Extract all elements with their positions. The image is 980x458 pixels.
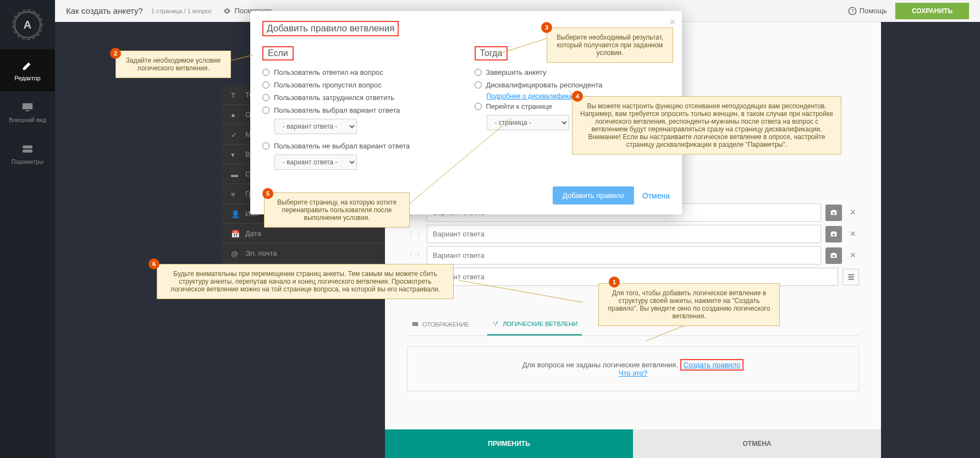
- delete-icon[interactable]: ×: [846, 250, 859, 261]
- if-column: Если Пользователь ответил на вопрос Поль…: [262, 46, 458, 170]
- then-heading: Тогда: [475, 46, 508, 60]
- camera-icon[interactable]: [825, 205, 842, 221]
- page-sub: 1 страница / 1 вопрос: [151, 8, 212, 14]
- list-icon[interactable]: ≣: [843, 269, 859, 285]
- toggle-icon: [21, 143, 34, 155]
- then-opt[interactable]: Завершить анкету: [475, 66, 670, 79]
- cancel-button[interactable]: ОТМЕНА: [633, 429, 881, 458]
- logo: A: [14, 11, 41, 38]
- branch-icon: [492, 320, 499, 328]
- annotation-badge-2: 2: [110, 48, 121, 59]
- branch-text: Для вопроса не заданы логические ветвлен…: [522, 361, 678, 369]
- tab-branching[interactable]: ЛОГИЧЕСКИЕ ВЕТВЛЕНИ: [487, 313, 582, 335]
- if-opt[interactable]: Пользователь ответил на вопрос: [262, 66, 458, 79]
- sidebar-item-appearance[interactable]: Внешний вид: [0, 91, 55, 133]
- if-opt[interactable]: Пользователь пропустил вопрос: [262, 79, 458, 91]
- display-icon: [411, 321, 419, 328]
- page-select[interactable]: - страница -: [487, 115, 569, 130]
- sidebar-label: Внешний вид: [9, 117, 46, 123]
- qtype-item[interactable]: @Эл. почта: [221, 244, 386, 263]
- help-icon: ?: [848, 7, 857, 15]
- annotation-badge-5: 5: [262, 188, 273, 199]
- svg-rect-0: [23, 146, 32, 149]
- sidebar-item-params[interactable]: Параметры: [0, 133, 55, 175]
- help-link[interactable]: ? Помощь: [848, 7, 887, 15]
- annotation-3: Выберите необходимый результат, который …: [547, 27, 673, 63]
- answer-select[interactable]: - вариант ответа -: [274, 154, 357, 170]
- camera-icon[interactable]: [825, 226, 842, 242]
- then-opt[interactable]: Дисквалифицировать респондента: [475, 79, 670, 91]
- close-icon[interactable]: ×: [669, 16, 675, 28]
- annotation-6: Будьте внимательны при перемещении стран…: [157, 264, 454, 299]
- sidebar-item-editor[interactable]: Редактор: [0, 49, 55, 91]
- add-rule-button[interactable]: Добавить правило: [553, 186, 634, 205]
- if-heading: Если: [262, 46, 294, 60]
- svg-text:?: ?: [851, 8, 854, 14]
- delete-icon[interactable]: ×: [846, 228, 859, 240]
- modal-cancel-button[interactable]: Отмена: [642, 191, 670, 200]
- action-bar: ПРИМЕНИТЬ ОТМЕНА: [385, 429, 881, 458]
- monitor-icon: [21, 101, 34, 113]
- branching-empty-box: Для вопроса не заданы логические ветвлен…: [407, 346, 859, 391]
- answer-select[interactable]: - вариант ответа -: [274, 119, 357, 134]
- annotation-2: Задайте необходимое условие логического …: [115, 51, 231, 78]
- answer-row: ⋮⋮ ×: [407, 225, 859, 243]
- page-title: Как создать анкету?: [66, 6, 143, 15]
- answer-input[interactable]: [427, 225, 821, 243]
- annotation-badge-1: 1: [609, 277, 620, 288]
- annotation-5: Выберите страницу, на которую хотите пер…: [264, 192, 410, 228]
- svg-rect-4: [412, 322, 419, 326]
- svg-line-5: [231, 55, 253, 60]
- delete-icon[interactable]: ×: [846, 207, 859, 218]
- annotation-badge-3: 3: [541, 22, 552, 33]
- annotation-4: Вы можете настроить функцию отсеивания н…: [572, 96, 841, 154]
- svg-rect-1: [23, 150, 32, 153]
- annotation-1: Для того, чтобы добавить логическое ветв…: [598, 283, 780, 326]
- if-opt[interactable]: Пользователь не выбрал вариант ответа: [262, 140, 458, 152]
- modal-title: Добавить правило ветвления: [262, 21, 399, 36]
- if-opt[interactable]: Пользователь затруднился ответить: [262, 91, 458, 104]
- if-opt[interactable]: Пользователь выбрал вариант ответа: [262, 104, 458, 117]
- eye-icon: [223, 7, 232, 15]
- camera-icon[interactable]: [825, 247, 842, 264]
- drag-handle-icon[interactable]: ⋮⋮: [407, 251, 422, 260]
- answer-list: ⋮⋮ × ⋮⋮ × ⋮⋮ × ⋮⋮ ≣: [407, 203, 859, 289]
- drag-handle-icon[interactable]: ⋮⋮: [407, 230, 422, 239]
- sidebar-label: Редактор: [14, 75, 40, 81]
- save-button[interactable]: СОХРАНИТЬ: [895, 3, 969, 19]
- tab-display[interactable]: ОТОБРАЖЕНИЕ: [407, 313, 474, 335]
- annotation-badge-6: 6: [148, 258, 159, 269]
- answer-input[interactable]: [427, 246, 821, 264]
- apply-button[interactable]: ПРИМЕНИТЬ: [385, 429, 633, 458]
- what-is-link[interactable]: Что это?: [619, 369, 647, 377]
- edit-icon: [21, 59, 34, 71]
- create-rule-link[interactable]: Создать правило: [680, 359, 744, 371]
- annotation-badge-4: 4: [572, 91, 583, 102]
- sidebar-label: Параметры: [12, 158, 44, 165]
- answer-row: ⋮⋮ ×: [407, 246, 859, 264]
- sidebar: A Редактор Внешний вид Параметры: [0, 0, 55, 458]
